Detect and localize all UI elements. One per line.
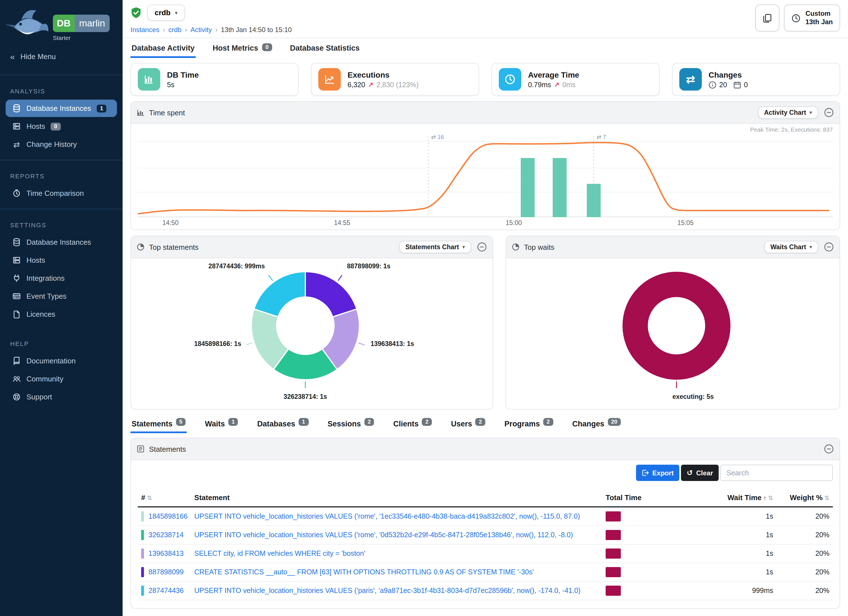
top-waits-panel: Top waits Waits Chart▾ executing: 5s [505, 236, 840, 410]
table-row: 1845898166 UPSERT INTO vehicle_location_… [138, 507, 833, 526]
sidebar-item-integrations[interactable]: Integrations [6, 269, 117, 287]
sidebar-item-label: Integrations [27, 274, 65, 282]
x-tick-label: 15:00 [506, 220, 522, 226]
activity-chart-dropdown[interactable]: Activity Chart▾ [758, 106, 818, 119]
sidebar-item-documentation[interactable]: Documentation [6, 352, 117, 370]
column-header-statement[interactable]: Statement [191, 489, 602, 507]
sidebar-item-change-history[interactable]: ⇄ Change History [6, 135, 117, 153]
statement-link[interactable]: UPSERT INTO vehicle_location_histories V… [194, 587, 581, 595]
activity-bar[interactable] [553, 158, 566, 217]
event-count: 0 [744, 81, 748, 89]
column-header-total-time[interactable]: Total Time [602, 489, 675, 507]
column-header-weight[interactable]: Weight %⇅ [777, 489, 833, 507]
copy-link-button[interactable] [756, 4, 780, 31]
count-badge: 2 [422, 418, 432, 426]
weight-value: 20% [777, 544, 833, 563]
logo-edition: Starter [53, 34, 110, 41]
sidebar: DB marlin Starter « Hide Menu ANALYSIS D… [0, 0, 123, 616]
statement-link[interactable]: UPSERT INTO vehicle_location_histories V… [194, 531, 573, 539]
sidebar-item-settings-hosts[interactable]: Hosts [6, 251, 117, 269]
sidebar-item-licences[interactable]: Licences [6, 306, 117, 323]
activity-bar[interactable] [587, 184, 600, 217]
sidebar-item-database-instances[interactable]: Database Instances 1 [6, 99, 117, 117]
column-header-wait-time[interactable]: Wait Time↑⇅ [675, 489, 777, 507]
tab-programs[interactable]: Programs2 [503, 415, 554, 433]
statement-link[interactable]: SELECT city, id FROM vehicles WHERE city… [194, 550, 365, 558]
card-value: 6,320 [347, 81, 365, 89]
statements-chart-dropdown[interactable]: Statements Chart▾ [399, 241, 471, 253]
collapse-icon[interactable] [824, 444, 834, 454]
donut-label: executing: 5s [672, 393, 714, 400]
sidebar-item-support[interactable]: Support [6, 388, 117, 405]
chevron-down-icon: ▾ [809, 244, 812, 250]
sidebar-item-event-types[interactable]: Event Types [6, 288, 117, 305]
tab-database-statistics[interactable]: Database Statistics [289, 38, 361, 58]
statement-id-link[interactable]: 287474436 [148, 587, 184, 595]
tab-host-metrics[interactable]: Host Metrics0 [211, 38, 273, 58]
sidebar-item-time-comparison[interactable]: Time Comparison [6, 184, 117, 202]
time-spent-chart[interactable]: Peak Time: 2s, Executions: 837 ⇄16⇄7 14:… [131, 124, 839, 230]
tab-clients[interactable]: Clients2 [392, 415, 433, 433]
donut-slice[interactable] [635, 284, 718, 367]
statement-id-link[interactable]: 1845898166 [148, 512, 188, 520]
trend-up-icon: ↗ [368, 81, 374, 89]
statement-id-link[interactable]: 139638413 [148, 550, 184, 558]
db-time-line[interactable] [138, 142, 829, 214]
instance-selector[interactable]: crdb ▾ [147, 4, 185, 21]
breadcrumb-crdb[interactable]: crdb [168, 26, 182, 34]
logo-marlin-text: marlin [74, 15, 110, 32]
sidebar-section-settings: SETTINGS [0, 212, 123, 233]
change-count: 20 [719, 81, 727, 89]
card-db-time[interactable]: DB Time 5s [130, 63, 299, 96]
hide-menu-button[interactable]: « Hide Menu [0, 45, 123, 68]
time-range-button[interactable]: Custom 13th Jan [784, 4, 840, 31]
donut-slice[interactable] [305, 272, 357, 317]
card-delta: 0ms [562, 81, 575, 89]
collapse-icon[interactable] [824, 242, 834, 252]
top-waits-chart[interactable]: executing: 5s [506, 258, 839, 409]
search-input[interactable] [721, 465, 833, 481]
collapse-icon[interactable] [477, 242, 487, 252]
export-icon [642, 469, 649, 476]
sidebar-item-label: Documentation [27, 357, 76, 365]
sidebar-item-community[interactable]: Community [6, 370, 117, 387]
sidebar-item-label: Licences [27, 310, 55, 318]
donut-slice[interactable] [254, 272, 305, 317]
clear-button[interactable]: ↺ Clear [681, 465, 719, 481]
statement-link[interactable]: CREATE STATISTICS __auto__ FROM [63] WIT… [194, 568, 534, 576]
statement-id-link[interactable]: 887898099 [148, 568, 184, 576]
statements-donut[interactable] [239, 259, 372, 392]
waits-chart-dropdown[interactable]: Waits Chart▾ [764, 241, 818, 253]
dbmarlin-logo[interactable]: DB marlin Starter [0, 0, 123, 44]
card-executions[interactable]: Executions 6,320 ↗ 2,830 (123%) [311, 63, 479, 96]
card-changes[interactable]: ⇄ Changes 20 0 [672, 63, 840, 96]
table-row: 887898099 CREATE STATISTICS __auto__ FRO… [138, 563, 833, 581]
sidebar-item-hosts[interactable]: Hosts 0 [6, 117, 117, 135]
card-average-time[interactable]: Average Time 0.79ms ↗ 0ms [491, 63, 660, 96]
tab-waits[interactable]: Waits1 [204, 415, 239, 433]
waits-donut[interactable] [610, 259, 743, 392]
activity-bar[interactable] [521, 158, 535, 217]
chevron-down-icon: ▾ [462, 244, 465, 250]
tab-changes[interactable]: Changes20 [571, 415, 622, 433]
top-statements-chart[interactable]: 887898099: 1s 139638413: 1s 326238714: 1… [131, 258, 492, 409]
activity-line-chart[interactable] [138, 134, 833, 217]
tab-statements[interactable]: Statements5 [130, 415, 187, 433]
time-spent-panel: Time spent Activity Chart▾ Peak Time: 2s… [130, 101, 840, 230]
statement-link[interactable]: UPSERT INTO vehicle_location_histories V… [194, 512, 580, 520]
tab-databases[interactable]: Databases1 [256, 415, 310, 433]
tab-sessions[interactable]: Sessions2 [326, 415, 375, 433]
sidebar-item-label: Event Types [27, 292, 67, 300]
statement-id-link[interactable]: 326238714 [148, 531, 184, 539]
tab-users[interactable]: Users2 [450, 415, 486, 433]
tab-database-activity[interactable]: Database Activity [130, 38, 196, 58]
card-title: Executions [347, 70, 419, 79]
export-button[interactable]: Export [636, 465, 679, 481]
count-badge: 2 [476, 418, 485, 426]
breadcrumb-instances[interactable]: Instances [130, 26, 159, 34]
count-badge: 1 [299, 418, 308, 426]
column-header-num[interactable]: #⇅ [138, 489, 191, 507]
collapse-icon[interactable] [824, 107, 834, 117]
breadcrumb-activity[interactable]: Activity [190, 26, 212, 34]
sidebar-item-settings-database-instances[interactable]: Database Instances [6, 233, 117, 251]
